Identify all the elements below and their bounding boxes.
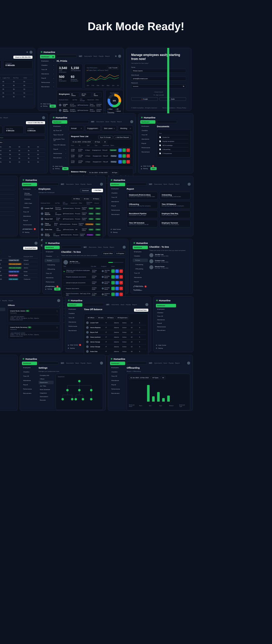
svg-point-5 <box>71 398 73 400</box>
team-performance-chart: Team PerformanceLast 7 month ● Project T… <box>84 64 121 88</box>
offices-card: DocumentsNewsPayslipReport Company Info … <box>0 296 63 352</box>
email-input[interactable]: pristia@humaera.com <box>131 77 186 81</box>
import-fragment: Import Data <box>0 355 18 411</box>
svg-point-2 <box>78 389 80 391</box>
checkin-button[interactable]: Check In 00h 00m 05s <box>13 56 32 59</box>
svg-point-8 <box>90 398 92 400</box>
greeting: Hi, Pristia <box>57 60 121 62</box>
org-chart <box>58 377 101 408</box>
page-headline: Dark Mode Ready! <box>0 0 272 48</box>
sidebar-only: ✳Humanline Dashboard Employees Checklist… <box>153 296 193 352</box>
timeoff-card: ✳Humanline Dashboard Employees› My Time … <box>50 113 136 173</box>
settings-card: ✳Humanline Dashboard Employees Checklist… <box>20 355 106 411</box>
checklist-mini-card: ✳Humanline Dashboard Employees Checklist… <box>130 239 193 294</box>
logo-icon: ✳ <box>41 51 43 53</box>
offboarding-bar-chart <box>129 381 188 402</box>
google-button[interactable]: G Google <box>131 97 158 101</box>
offboarding-card: ✳Humanline Dashboard Employees Checklist… <box>108 355 193 411</box>
name-input[interactable]: Pristia Candra <box>131 69 186 73</box>
svg-point-0 <box>78 380 80 382</box>
checklist-card: ✳Humanline Dashboard Employees Checklist… <box>42 239 128 294</box>
dashboard-card: ✳Humanline Dashboard▤ Employees› Checkli… <box>38 48 124 111</box>
search-input[interactable] <box>57 55 77 58</box>
color-filter: Type Empty GreenBlueRedOrangeYellowPinkP… <box>0 176 18 236</box>
employees-card: ✳Humanline Dashboard Employees⌄ Manage E… <box>20 176 106 236</box>
password-input[interactable]: ••••••••••👁 <box>131 84 186 88</box>
balance-card: ✳Humanline Dashboard Employees Checklist… <box>65 296 151 352</box>
attendance-fragment: Report Check In 00h 00m 05s Paid Time0 M… <box>0 48 35 108</box>
grid-icon[interactable] <box>115 55 117 57</box>
signup-card: Manage employees easily starting from no… <box>126 48 191 111</box>
svg-point-3 <box>90 389 92 391</box>
svg-point-1 <box>66 389 69 391</box>
sidebar-dashboard[interactable]: Dashboard▤ <box>40 55 55 58</box>
svg-point-7 <box>82 398 84 400</box>
report-card: ✳Humanline Dashboard Employees Checklist… <box>108 176 193 236</box>
balance-mini: NewsPayslipReport Download Data All Stat… <box>0 239 40 294</box>
donut-chart: 121 <box>108 94 121 107</box>
create-account-button[interactable]: Create Account <box>154 91 163 93</box>
apple-button[interactable]: Apple <box>159 97 186 101</box>
documents-card: ✳Humanline Dashboard Employees Checklist… <box>138 113 193 173</box>
eye-icon[interactable]: 👁 <box>183 86 184 87</box>
svg-point-6 <box>75 398 77 400</box>
avatar[interactable] <box>118 55 121 58</box>
svg-point-4 <box>61 398 64 400</box>
attendance-wide: DocumentsNewsPayslipReport Check In 00h … <box>0 113 48 173</box>
